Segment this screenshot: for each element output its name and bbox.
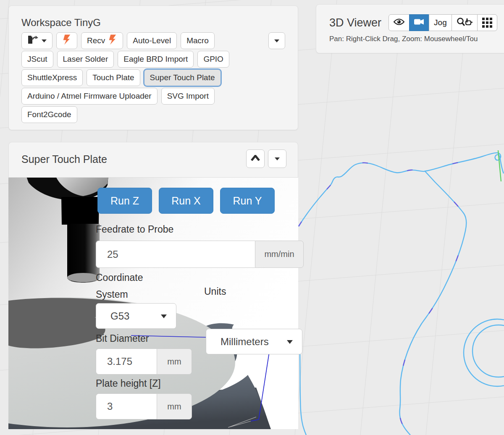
super-touch-plate-button[interactable]: Super Touch Plate xyxy=(144,69,221,86)
svg-import-button[interactable]: SVG Import xyxy=(161,88,215,105)
viewer-toolbar: Jog xyxy=(388,14,497,31)
run-y-button[interactable]: Run Y xyxy=(220,188,275,214)
workspace-dropdown-button[interactable] xyxy=(268,32,285,49)
font2gcode-button[interactable]: Font2Gcode xyxy=(21,106,77,123)
feedrate-label: Feedrate to Probe xyxy=(96,224,173,235)
chilipeppr-logo-button[interactable] xyxy=(56,32,77,49)
caret-down-icon xyxy=(275,157,280,160)
camera-button[interactable] xyxy=(409,14,429,31)
stp-panel-header: Super Touch Plate xyxy=(8,142,298,178)
gcode-toolpath xyxy=(299,150,504,435)
feedrate-input[interactable] xyxy=(96,241,255,268)
video-camera-icon xyxy=(414,18,424,27)
eye-icon xyxy=(394,18,404,28)
auto-level-label: Auto-Level xyxy=(133,36,171,45)
workspace-title: Workspace TinyG xyxy=(21,17,285,29)
caret-down-icon xyxy=(274,39,279,42)
workspace-toolbar-row-1: Recv Auto-Level Macro xyxy=(21,32,285,49)
jog-button[interactable]: Jog xyxy=(429,14,452,31)
recv-button[interactable]: Recv xyxy=(81,32,123,49)
plate-height-unit-addon: mm xyxy=(157,393,192,419)
bit-diameter-label: Bit Diameter xyxy=(96,333,149,344)
bit-diameter-input-group: mm xyxy=(96,349,192,375)
workspace-toolbar-row-4: Arduino / Atmel Firmware Uploader SVG Im… xyxy=(21,88,285,105)
coordinate-system-label: Coordinate System xyxy=(96,269,169,303)
grid-icon xyxy=(482,18,492,28)
super-touch-plate-panel: Super Touch Plate xyxy=(8,142,298,429)
stp-panel-body: Run Z Run X Run Y Feedrate to Probe mm/m… xyxy=(8,178,298,429)
workspace-panel: Workspace TinyG Recv xyxy=(8,5,298,130)
viewer-hint: Pan: Right-Click Drag, Zoom: Mousewheel/… xyxy=(329,35,500,43)
shuttlexpress-button[interactable]: ShuttleXpress xyxy=(21,69,83,86)
feedrate-unit-addon: mm/min xyxy=(255,241,304,268)
spindle-cylinder-bottom xyxy=(67,273,99,282)
plate-height-input[interactable] xyxy=(96,393,157,419)
collapse-panel-button[interactable] xyxy=(246,149,265,168)
jscut-button[interactable]: JScut xyxy=(21,51,53,68)
chilipeppr-logo-icon xyxy=(62,34,71,48)
plate-height-input-group: mm xyxy=(96,393,192,419)
run-x-button[interactable]: Run X xyxy=(159,188,213,214)
plate-height-label: Plate height [Z] xyxy=(96,378,161,389)
caret-down-icon xyxy=(42,39,47,42)
grid-view-button[interactable] xyxy=(477,14,497,31)
toolpath-right xyxy=(400,171,467,435)
toolpath-dashes xyxy=(299,153,497,226)
zoom-pointer-button[interactable] xyxy=(452,14,478,31)
workspace-toolbar-row-3: ShuttleXpress Touch Plate Super Touch Pl… xyxy=(21,69,285,86)
macro-button[interactable]: Macro xyxy=(181,32,215,49)
coordinate-system-select[interactable]: G53 xyxy=(96,303,176,329)
auto-level-button[interactable]: Auto-Level xyxy=(127,32,177,49)
recv-button-label: Recv xyxy=(87,36,105,45)
units-select[interactable]: Millimeters xyxy=(206,329,302,354)
3d-viewer-panel: 3D Viewer xyxy=(316,4,504,53)
workspace-toolbar-row-2: JScut Laser Solder Eagle BRD Import GPIO xyxy=(21,51,285,68)
export-gcode-button[interactable] xyxy=(21,32,52,49)
bit-diameter-input[interactable] xyxy=(96,349,157,375)
toolpath-top xyxy=(299,153,504,226)
laser-solder-button[interactable]: Laser Solder xyxy=(57,51,114,68)
chevron-up-icon xyxy=(251,155,260,162)
feedrate-input-group: mm/min xyxy=(96,241,304,268)
macro-label: Macro xyxy=(186,36,209,45)
caret-down-icon xyxy=(161,314,167,318)
arduino-firmware-uploader-button[interactable]: Arduino / Atmel Firmware Uploader xyxy=(21,88,158,105)
bit-diameter-unit-addon: mm xyxy=(157,349,192,375)
zoom-pointer-icon xyxy=(457,17,472,29)
toolpath-dashes-2 xyxy=(400,171,467,435)
toolpath-circle-inner xyxy=(472,325,504,377)
panel-dropdown-button[interactable] xyxy=(268,149,286,168)
touch-plate-button[interactable]: Touch Plate xyxy=(87,69,140,86)
chilipeppr-logo-icon xyxy=(108,34,117,48)
gpio-button[interactable]: GPIO xyxy=(197,51,229,68)
eagle-brd-import-button[interactable]: Eagle BRD Import xyxy=(118,51,194,68)
viewer-title: 3D Viewer xyxy=(329,16,381,29)
caret-down-icon xyxy=(287,340,293,344)
units-label: Units xyxy=(204,286,226,297)
jog-button-label: Jog xyxy=(434,18,447,27)
export-gcode-icon xyxy=(27,35,39,47)
spindle-neck xyxy=(61,197,99,225)
eye-button[interactable] xyxy=(388,14,410,31)
run-z-button[interactable]: Run Z xyxy=(97,188,152,214)
workspace-toolbar-row-5: Font2Gcode xyxy=(21,106,285,123)
stp-panel-title: Super Touch Plate xyxy=(21,153,107,165)
